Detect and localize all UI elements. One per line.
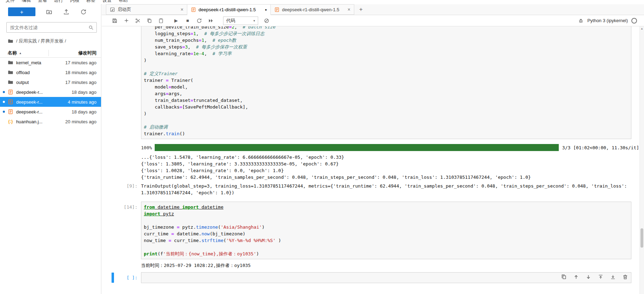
menu-item-settings[interactable]: 设置 [99,0,115,4]
notebook-icon [8,89,13,95]
new-folder-button[interactable] [46,8,53,15]
insert-cell-button[interactable] [123,17,130,24]
cell-delete-button[interactable] [622,274,628,280]
progress-bar [155,144,559,151]
menu-item-run[interactable]: 运行 [51,0,67,4]
copy-cells-button[interactable] [146,17,153,24]
insert-above-icon [598,274,604,280]
tab-notebook-active[interactable]: deepseek-r1-distill-qwen-1.5 ● [187,4,271,15]
new-launcher-button[interactable]: + [8,7,35,16]
refresh-icon [80,9,87,15]
file-modified: 18 minutes ago [65,70,96,75]
file-name: kernel_meta [16,60,65,65]
new-folder-icon [46,9,52,15]
menu-item-file[interactable]: 文件 [2,0,18,4]
kernel-indicator-button[interactable] [263,17,270,24]
new-tab-button[interactable]: + [357,6,365,13]
notebook-toolbar: ▶ ■ 代码 ▾ Python 3 (ipykernel) [102,15,644,26]
column-modified-header[interactable]: 修改时间 [78,50,96,56]
close-icon[interactable]: × [181,7,183,12]
interrupt-kernel-button[interactable]: ■ [184,17,191,24]
active-cell-collapser[interactable] [112,273,114,283]
file-row-json[interactable]: {:} huanhuan.j... 20 minutes ago [0,117,101,126]
file-row-offload[interactable]: offload 18 minutes ago [0,67,101,77]
stop-icon: ■ [186,18,189,23]
run-cell-button[interactable]: ▶ [173,17,180,24]
notebook-cells: per_device_train_batch_size=2, # batch s… [102,26,644,283]
file-row-notebook-3[interactable]: deepseek-r... 18 days ago [0,107,101,117]
restart-run-all-button[interactable] [207,17,214,24]
cell-insert-above-button[interactable] [597,274,604,280]
file-modified: 20 minutes ago [65,119,96,124]
folder-icon [8,38,13,44]
cell-editor[interactable]: per_device_train_batch_size=2, # batch s… [141,26,631,139]
paste-cells-button[interactable] [157,17,165,24]
kernel-name[interactable]: Python 3 (ipykernel) [587,18,628,23]
breadcrumb[interactable]: / 应用实践 / 昇腾开发板 / [8,38,97,45]
file-row-kernel-meta[interactable]: kernel_meta 17 minutes ago [0,58,101,67]
menu-item-view[interactable]: 查看 [34,0,51,4]
kernel-running-dot [3,91,5,93]
scrollbar-up-arrow[interactable]: ▲ [640,26,644,31]
cell-editor[interactable] [141,272,631,283]
file-browser-panel: + [0,4,101,294]
tab-bar: 启动页 × deepseek-r1-distill-qwen-1.5 ● dee… [102,4,644,15]
column-name-header[interactable]: 名称 [8,50,17,56]
launcher-icon [110,7,115,12]
close-icon[interactable]: × [348,7,350,12]
sort-ascending-icon: ▲ [19,52,22,55]
breadcrumb-path[interactable]: / 应用实践 / 昇腾开发板 / [16,38,66,44]
file-list-header: 名称 ▲ 修改时间 [0,49,101,58]
menu-item-kernel[interactable]: 内核 [67,0,83,4]
tab-notebook-2[interactable]: deepseek-r1-distill-qwen-1.5 × [271,4,354,15]
file-row-notebook-2-selected[interactable]: deepseek-r... 4 minutes ago [0,97,101,107]
cut-cells-button[interactable] [134,17,141,24]
jupyterlab-window: 文件编辑查看运行内核标签设置帮助 + [0,0,644,294]
cell-duplicate-button[interactable] [561,274,567,280]
tab-launcher[interactable]: 启动页 × [106,4,187,15]
restart-icon [196,18,202,24]
folder-icon [8,60,13,65]
vertical-scrollbar[interactable]: ▲ [639,26,644,294]
training-progress-output: 100%3/3 [01:02<00:00, 11.30s/it] [141,144,644,151]
menu-item-help[interactable]: 帮助 [115,0,131,4]
folder-icon [8,70,13,75]
notebook-scroll-area: per_device_train_batch_size=2, # batch s… [102,26,644,294]
file-filter-input[interactable] [9,25,88,31]
cell-output-stream: ...{'loss': 1.5478, 'learning_rate': 6.6… [141,154,644,181]
cell-output-stream: 当前时间：2025-07-29 1028:22,操作者：oy1035 [141,262,644,269]
cell-move-down-button[interactable] [585,274,591,280]
refresh-button[interactable] [80,8,87,15]
file-row-notebook-1[interactable]: deepdeek-r... 18 days ago [0,87,101,97]
file-name: deepseek-r... [16,109,72,115]
kernel-status-icon [631,18,637,24]
notebook-icon [8,99,13,105]
cell-prompt: [9]: [102,183,141,189]
debugger-bug-icon[interactable] [578,18,584,24]
save-icon [112,18,118,24]
file-filter-box [6,22,97,33]
kernel-running-dot [3,101,5,103]
file-name: deepseek-r... [16,99,68,105]
cell-editor[interactable]: from datetime import datetimeimport pytz… [141,202,631,259]
paste-icon [158,18,164,24]
cell-type-dropdown[interactable]: 代码 ▾ [223,17,258,25]
cell-move-up-button[interactable] [573,274,579,280]
restart-kernel-button[interactable] [196,17,203,24]
menu-item-edit[interactable]: 编辑 [18,0,34,4]
move-down-icon [585,274,591,280]
copy-icon [147,18,152,24]
save-button[interactable] [111,17,118,24]
run-icon: ▶ [174,18,178,23]
move-up-icon [573,274,579,280]
notebook-icon [274,7,280,12]
upload-button[interactable] [63,8,70,15]
cell-insert-below-button[interactable] [610,274,616,280]
progress-percent-label: 100% [141,145,152,150]
menu-item-tabs[interactable]: 标签 [83,0,99,4]
scrollbar-thumb[interactable] [640,228,643,248]
upload-icon [63,9,69,15]
kernel-running-dot [3,111,5,113]
file-row-output[interactable]: output 17 minutes ago [0,77,101,87]
active-empty-cell[interactable]: [ ]: [102,272,644,283]
